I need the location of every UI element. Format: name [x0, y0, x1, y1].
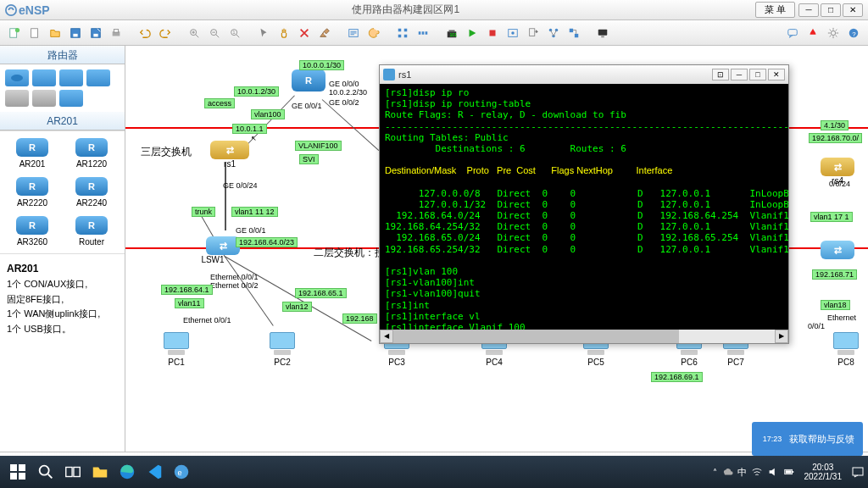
tray-notification-icon[interactable] — [851, 465, 865, 479]
topo-layout-icon[interactable] — [544, 24, 563, 42]
terminal-icon — [383, 69, 395, 80]
pan-icon[interactable] — [275, 24, 293, 42]
palette-pc-icon[interactable] — [5, 90, 29, 107]
terminal-minimize-button[interactable]: ─ — [731, 69, 748, 80]
tray-chevron-icon[interactable]: ˄ — [713, 468, 717, 477]
message-icon[interactable] — [783, 24, 802, 42]
terminal-titlebar[interactable]: rs1 ⊡ ─ □ ✕ — [380, 65, 788, 84]
taskbar-clock[interactable]: 20:03 2022/1/31 — [799, 463, 848, 481]
print-icon[interactable] — [107, 24, 125, 42]
menu-button[interactable]: 菜 单 — [755, 2, 795, 18]
maximize-button[interactable]: □ — [821, 3, 841, 17]
node-switch-right[interactable]: ⇄ — [821, 241, 854, 259]
svg-rect-20 — [422, 31, 425, 35]
device-ar3260[interactable]: RAR3260 — [3, 213, 61, 250]
ip-label: 192.168.64.0/23 — [236, 237, 298, 247]
palette-firewall-icon[interactable] — [86, 69, 110, 86]
save-icon[interactable] — [66, 24, 85, 42]
svg-rect-33 — [575, 33, 578, 36]
huawei-icon[interactable] — [804, 24, 822, 42]
open-icon[interactable] — [46, 24, 64, 42]
system-tray[interactable]: ˄ 中 20:03 2022/1/31 — [713, 463, 865, 481]
tray-lang-icon[interactable]: 中 — [737, 466, 747, 479]
taskbar-ensp-icon[interactable]: e — [170, 460, 193, 484]
text-l3switch: 三层交换机 — [141, 145, 192, 159]
node-label: PC5 — [587, 358, 604, 367]
palette-link-icon[interactable] — [59, 90, 83, 107]
device-ar1220[interactable]: RAR1220 — [63, 135, 120, 172]
tray-onedrive-icon[interactable] — [721, 466, 733, 478]
node-pc1[interactable]: PC1 — [159, 332, 193, 367]
tray-volume-icon[interactable] — [767, 466, 779, 478]
device-router[interactable]: RRouter — [63, 213, 120, 250]
new-file-icon[interactable] — [25, 24, 44, 42]
zoom-out-icon[interactable] — [205, 24, 224, 42]
layers-icon[interactable]: 101 — [442, 24, 461, 42]
saveas-icon[interactable] — [86, 24, 105, 42]
node-pc8[interactable]: PC8 — [829, 332, 863, 367]
palette-wlan-icon[interactable] — [59, 69, 83, 86]
export-icon[interactable] — [524, 24, 542, 42]
delete-icon[interactable] — [295, 24, 314, 42]
svg-rect-17 — [398, 34, 402, 37]
sidebar-tab-routers[interactable]: 路由器 — [0, 46, 125, 64]
palette-switch-icon[interactable] — [32, 69, 56, 86]
link[interactable] — [225, 163, 226, 230]
device-ar2220[interactable]: RAR2220 — [3, 174, 61, 211]
palette-cloud-icon[interactable] — [32, 90, 56, 107]
taskbar-search-icon[interactable] — [34, 460, 58, 484]
tag-label: vlan11 — [175, 298, 204, 308]
terminal-body[interactable]: [rs1]disp ip ro [rs1]disp ip routing-tab… — [380, 84, 788, 330]
node-label: LSW1 — [201, 255, 224, 264]
pointer-icon[interactable] — [254, 24, 273, 42]
close-button[interactable]: ✕ — [843, 3, 863, 17]
help-bubble[interactable]: 17:23 获取帮助与反馈 — [752, 422, 863, 456]
taskbar-explorer-icon[interactable] — [88, 460, 112, 484]
help-icon[interactable]: ? — [844, 24, 863, 42]
taskbar-vscode-icon[interactable] — [142, 460, 166, 484]
node-pc2[interactable]: PC2 — [265, 332, 299, 367]
snap-icon[interactable] — [565, 24, 583, 42]
redo-icon[interactable] — [156, 24, 175, 42]
palette-icon[interactable] — [364, 24, 383, 42]
zoom-fit-icon[interactable]: 1 — [225, 24, 244, 42]
terminal-scrollbar[interactable]: ◀▶ — [380, 330, 788, 343]
grid-align-icon[interactable] — [393, 24, 412, 42]
zoom-in-icon[interactable] — [185, 24, 203, 42]
tray-battery-icon[interactable] — [783, 466, 795, 478]
capture-icon[interactable] — [504, 24, 522, 42]
minimize-button[interactable]: ─ — [798, 3, 819, 17]
text-icon[interactable] — [344, 24, 363, 42]
terminal-close-button[interactable]: ✕ — [768, 69, 785, 80]
device-ar201[interactable]: RAR201 — [3, 135, 61, 172]
undo-icon[interactable] — [136, 24, 154, 42]
tag-label: access — [204, 98, 235, 108]
broom-icon[interactable] — [315, 24, 334, 42]
start-button[interactable] — [3, 459, 32, 485]
svg-point-37 — [831, 30, 835, 35]
node-switch-lsw1[interactable]: ⇄ LSW1 — [206, 236, 240, 264]
display-icon[interactable] — [593, 24, 612, 42]
terminal-extra-button[interactable]: ⊡ — [712, 69, 729, 80]
palette-router-icon[interactable] — [5, 69, 29, 86]
node-label: PC2 — [274, 358, 290, 367]
taskbar-taskview-icon[interactable] — [61, 460, 85, 484]
terminal-maximize-button[interactable]: □ — [749, 69, 766, 80]
link[interactable] — [225, 256, 372, 341]
tray-wifi-icon[interactable] — [751, 466, 763, 478]
cli-terminal-window[interactable]: rs1 ⊡ ─ □ ✕ [rs1]disp ip ro [rs1]disp ip… — [379, 64, 789, 344]
link[interactable] — [225, 256, 274, 325]
taskbar-edge-icon[interactable] — [115, 460, 139, 484]
settings-icon[interactable] — [824, 24, 843, 42]
new-topo-icon[interactable] — [5, 24, 24, 42]
svg-rect-21 — [426, 31, 428, 35]
sidebar-tab-ar201[interactable]: AR201 — [0, 112, 125, 130]
arrange-h-icon[interactable] — [414, 24, 432, 42]
svg-point-40 — [11, 75, 23, 81]
start-all-icon[interactable] — [463, 24, 481, 42]
device-ar2240[interactable]: RAR2240 — [63, 174, 120, 211]
node-switch-rs1[interactable]: ⇄ rs1 — [210, 141, 249, 169]
node-router-r[interactable]: R — [292, 69, 326, 92]
tag-label: vlan12 — [282, 302, 312, 312]
stop-all-icon[interactable] — [483, 24, 502, 42]
